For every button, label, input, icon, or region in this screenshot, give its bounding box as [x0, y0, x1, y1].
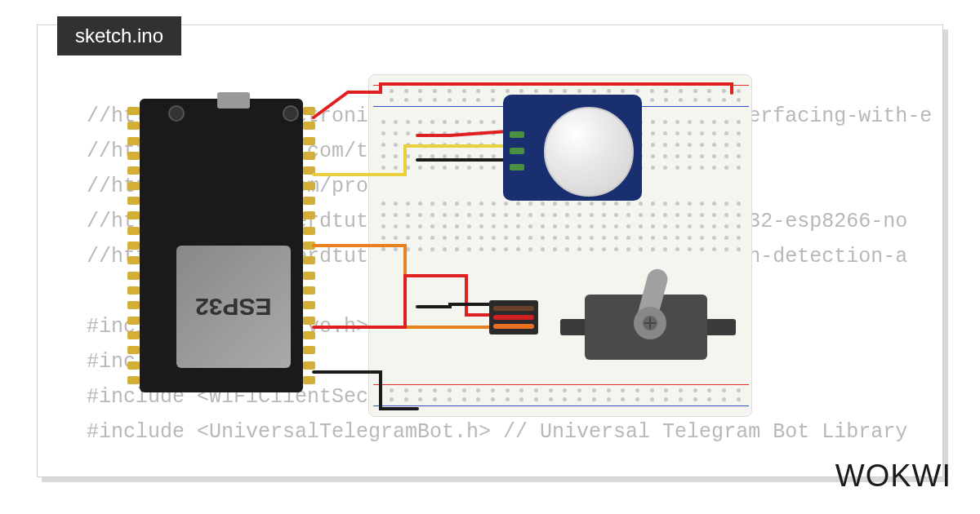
usb-port-icon — [217, 92, 250, 109]
esp32-shield: ESP32 — [176, 246, 291, 368]
servo-wire-signal — [493, 324, 534, 329]
esp32-pins-left — [127, 107, 140, 384]
filename-label: sketch.ino — [75, 24, 163, 47]
mcu-label: ESP32 — [195, 293, 271, 321]
filename-tab: sketch.ino — [57, 16, 181, 55]
esp32-pins-right — [303, 107, 315, 384]
servo-connector — [489, 300, 538, 335]
wokwi-logo: WOKWI — [835, 459, 951, 494]
pir-sensor — [503, 86, 642, 201]
reset-button — [283, 105, 299, 122]
circuit-diagram: ESP32 — [127, 82, 781, 433]
preview-card: //https://www.electronicwings.com/esp32/… — [37, 24, 943, 477]
breadboard-bottom-rail — [373, 381, 749, 410]
servo-wire-vcc — [493, 315, 534, 320]
screw-icon — [643, 316, 657, 330]
esp32-board: ESP32 — [127, 99, 315, 392]
servo-motor — [560, 278, 740, 368]
servo-hub-icon — [634, 307, 666, 339]
pir-pins — [510, 131, 524, 171]
pir-dome-icon — [544, 107, 634, 197]
esp32-pcb: ESP32 — [140, 99, 303, 392]
pir-pcb — [503, 95, 642, 201]
boot-button — [168, 105, 185, 122]
servo-wire-gnd — [493, 306, 534, 311]
